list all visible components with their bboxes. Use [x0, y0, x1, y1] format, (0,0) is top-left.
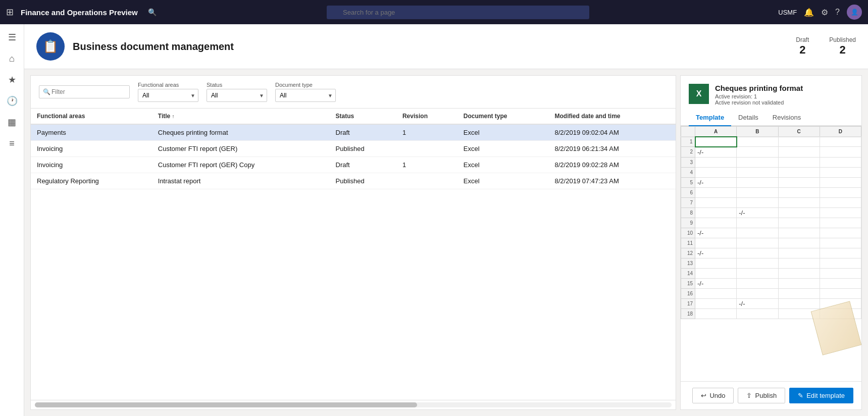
table-row[interactable]: Invoicing Customer FTI report (GER) Copy… — [31, 157, 676, 173]
sidebar-item-favorites[interactable]: ★ — [3, 71, 21, 89]
sheet-cell-15-1[interactable] — [737, 278, 778, 288]
sidebar-item-workspaces[interactable]: ▦ — [3, 113, 21, 131]
sheet-cell-4-3[interactable] — [820, 167, 861, 177]
tab-revisions[interactable]: Revisions — [765, 110, 808, 126]
detail-subtitle2: Active revision not validated — [715, 99, 853, 106]
table-row[interactable]: Regulatory Reporting Intrastat report Pu… — [31, 173, 676, 189]
sheet-cell-16-0[interactable] — [695, 288, 737, 298]
cell-title: Customer FTI report (GER) Copy — [152, 157, 330, 173]
undo-button[interactable]: ↩ Undo — [692, 388, 734, 403]
sheet-cell-5-2[interactable] — [778, 177, 820, 187]
settings-icon[interactable]: ⚙ — [821, 8, 828, 17]
avatar[interactable]: 👤 — [847, 5, 862, 20]
sheet-cell-14-1[interactable] — [737, 268, 778, 278]
sheet-cell-5-1[interactable] — [737, 177, 778, 187]
sheet-cell-10-1[interactable] — [737, 228, 778, 238]
sheet-cell-2-1[interactable] — [737, 147, 778, 158]
sheet-cell-12-1[interactable] — [737, 248, 778, 258]
sheet-cell-13-0[interactable] — [695, 258, 737, 268]
sheet-cell-13-2[interactable] — [778, 258, 820, 268]
functional-areas-select[interactable]: All — [138, 89, 198, 102]
help-icon[interactable]: ? — [835, 8, 840, 17]
edit-template-button[interactable]: ✎ Edit template — [789, 388, 853, 403]
sheet-cell-18-0[interactable] — [695, 308, 737, 319]
sheet-cell-6-2[interactable] — [778, 187, 820, 197]
sheet-cell-3-1[interactable] — [737, 157, 778, 167]
sheet-cell-10-2[interactable] — [778, 228, 820, 238]
grid-icon[interactable]: ⊞ — [6, 7, 14, 18]
publish-button[interactable]: ⇧ Publish — [738, 388, 785, 403]
sheet-cell-1-3[interactable] — [820, 137, 861, 147]
sheet-cell-11-0[interactable] — [695, 238, 737, 248]
sheet-cell-17-2[interactable] — [778, 298, 820, 308]
sidebar-item-home[interactable]: ⌂ — [3, 49, 21, 68]
tab-template[interactable]: Template — [689, 110, 731, 126]
sheet-cell-1-1[interactable] — [737, 137, 778, 147]
sheet-cell-15-3[interactable] — [820, 278, 861, 288]
sidebar-item-all-modules[interactable]: ≡ — [3, 134, 21, 152]
sheet-cell-16-1[interactable] — [737, 288, 778, 298]
sheet-cell-11-2[interactable] — [778, 238, 820, 248]
sheet-cell-1-0[interactable] — [695, 137, 737, 147]
sheet-cell-7-3[interactable] — [820, 197, 861, 207]
search-input[interactable] — [327, 6, 589, 19]
sheet-cell-15-0[interactable]: -/- — [695, 278, 737, 288]
sheet-cell-17-1[interactable]: -/- — [737, 298, 778, 308]
notification-icon[interactable]: 🔔 — [804, 8, 814, 17]
sidebar-item-menu[interactable]: ☰ — [3, 28, 21, 46]
sheet-cell-10-0[interactable]: -/- — [695, 228, 737, 238]
sheet-cell-9-1[interactable] — [737, 218, 778, 228]
sheet-cell-14-3[interactable] — [820, 268, 861, 278]
sheet-cell-3-3[interactable] — [820, 157, 861, 167]
sheet-cell-3-0[interactable] — [695, 157, 737, 167]
sheet-cell-9-2[interactable] — [778, 218, 820, 228]
sheet-cell-5-0[interactable]: -/- — [695, 177, 737, 187]
sheet-cell-15-2[interactable] — [778, 278, 820, 288]
sheet-cell-11-3[interactable] — [820, 238, 861, 248]
sheet-cell-17-0[interactable] — [695, 298, 737, 308]
sheet-cell-11-1[interactable] — [737, 238, 778, 248]
cell-title: Intrastat report — [152, 173, 330, 189]
sheet-cell-8-0[interactable] — [695, 207, 737, 218]
sheet-cell-7-2[interactable] — [778, 197, 820, 207]
sheet-cell-14-0[interactable] — [695, 268, 737, 278]
sheet-cell-14-2[interactable] — [778, 268, 820, 278]
sheet-cell-13-1[interactable] — [737, 258, 778, 268]
status-select[interactable]: All — [207, 89, 267, 102]
sheet-cell-12-0[interactable]: -/- — [695, 248, 737, 258]
sheet-cell-18-1[interactable] — [737, 308, 778, 319]
sheet-cell-10-3[interactable] — [820, 228, 861, 238]
document-type-select[interactable]: All — [275, 89, 336, 102]
table-row[interactable]: Invoicing Customer FTI report (GER) Publ… — [31, 141, 676, 157]
sheet-cell-2-0[interactable]: -/- — [695, 147, 737, 158]
sheet-cell-7-0[interactable] — [695, 197, 737, 207]
sheet-cell-2-2[interactable] — [778, 147, 820, 158]
sheet-cell-6-3[interactable] — [820, 187, 861, 197]
filter-input[interactable] — [39, 85, 130, 98]
sheet-cell-4-0[interactable] — [695, 167, 737, 177]
sidebar-item-recent[interactable]: 🕐 — [3, 92, 21, 110]
sheet-cell-16-2[interactable] — [778, 288, 820, 298]
sheet-cell-3-2[interactable] — [778, 157, 820, 167]
sheet-cell-9-0[interactable] — [695, 218, 737, 228]
sheet-cell-12-3[interactable] — [820, 248, 861, 258]
sheet-cell-6-0[interactable] — [695, 187, 737, 197]
sheet-cell-5-3[interactable] — [820, 177, 861, 187]
sheet-cell-1-2[interactable] — [778, 137, 820, 147]
sheet-cell-2-3[interactable] — [820, 147, 861, 158]
sheet-cell-6-1[interactable] — [737, 187, 778, 197]
col-header-title[interactable]: Title ↑ — [152, 109, 330, 124]
sheet-cell-8-1[interactable]: -/- — [737, 207, 778, 218]
table-row[interactable]: Payments Cheques printing format Draft 1… — [31, 124, 676, 141]
sheet-cell-7-1[interactable] — [737, 197, 778, 207]
sheet-cell-8-3[interactable] — [820, 207, 861, 218]
sheet-cell-9-3[interactable] — [820, 218, 861, 228]
sheet-cell-8-2[interactable] — [778, 207, 820, 218]
page-title: Business document management — [73, 41, 234, 53]
sheet-cell-4-2[interactable] — [778, 167, 820, 177]
sheet-cell-4-1[interactable] — [737, 167, 778, 177]
tab-details[interactable]: Details — [731, 110, 765, 126]
sheet-cell-16-3[interactable] — [820, 288, 861, 298]
sheet-cell-13-3[interactable] — [820, 258, 861, 268]
sheet-cell-12-2[interactable] — [778, 248, 820, 258]
